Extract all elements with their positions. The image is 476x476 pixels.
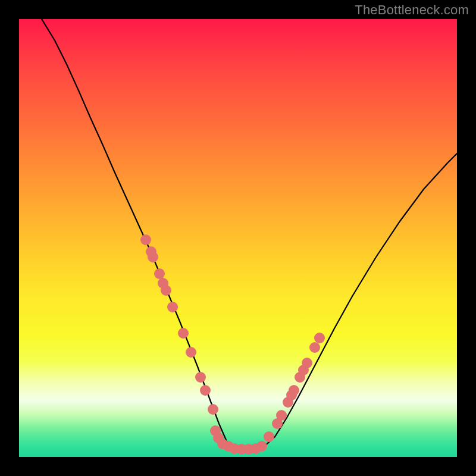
data-dot: [195, 372, 206, 383]
data-dot: [148, 252, 158, 262]
data-dot: [200, 385, 211, 396]
data-dot: [154, 268, 165, 279]
data-dot: [309, 342, 320, 353]
data-dot: [167, 302, 178, 312]
data-dots: [140, 234, 325, 455]
plot-area: [19, 19, 457, 457]
data-dot: [302, 358, 312, 368]
data-dot: [186, 347, 196, 358]
data-dot: [140, 234, 151, 245]
data-dot: [256, 441, 267, 452]
data-dot: [289, 385, 299, 396]
data-dot: [264, 431, 274, 442]
data-dot: [208, 404, 218, 415]
watermark-text: TheBottleneck.com: [355, 2, 469, 18]
data-dot: [314, 333, 325, 343]
chart-frame: TheBottleneck.com: [0, 0, 476, 476]
curve-svg: [19, 19, 457, 457]
data-dot: [161, 285, 171, 296]
bottleneck-curve: [42, 19, 457, 450]
data-dot: [276, 410, 287, 421]
data-dot: [178, 328, 189, 339]
